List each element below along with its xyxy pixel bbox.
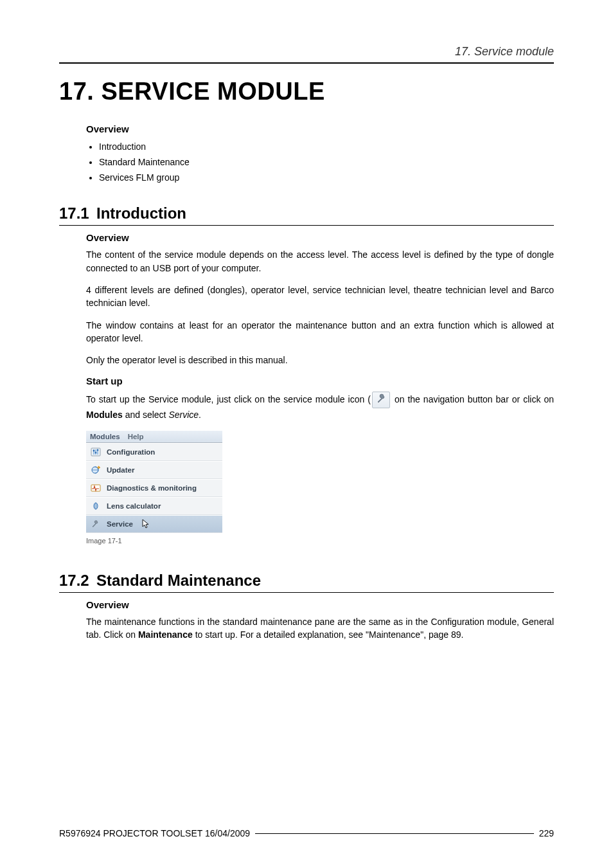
- wrench-icon: [90, 519, 102, 529]
- menu-item-service[interactable]: Service: [86, 515, 222, 533]
- menu-item-label: Diagnostics & monitoring: [107, 484, 197, 492]
- svg-point-9: [94, 503, 98, 509]
- overview-block: Overview Introduction Standard Maintenan…: [86, 123, 554, 185]
- running-header: 17. Service module: [59, 45, 554, 59]
- section-number: 17.2: [59, 572, 96, 590]
- page: 17. Service module 17. SERVICE MODULE Ov…: [0, 0, 613, 868]
- menu-list: Configuration Updater: [86, 443, 222, 533]
- section-rule: [59, 225, 554, 226]
- section-17-1-body: Overview The content of the service modu…: [86, 232, 554, 544]
- section-17-2-heading: 17.2 Standard Maintenance: [59, 572, 554, 590]
- sec1-p4: Only the operator level is described in …: [86, 354, 554, 366]
- globe-arrow-icon: [90, 465, 102, 475]
- svg-point-4: [93, 449, 95, 451]
- heartbeat-icon: [90, 483, 102, 493]
- sec2-overview-heading: Overview: [86, 599, 554, 610]
- menu-item-lens-calculator[interactable]: Lens calculator: [86, 497, 222, 515]
- overview-item: Introduction: [99, 140, 554, 155]
- wrench-icon: [372, 392, 390, 408]
- chapter-title: 17. SERVICE MODULE: [59, 78, 554, 105]
- section-number: 17.1: [59, 204, 96, 222]
- text-fragment: to start up. For a detailed explanation,…: [193, 629, 464, 640]
- menu-item-label: Updater: [107, 466, 134, 474]
- header-rule: [59, 62, 554, 64]
- text-fragment: and select: [123, 410, 169, 420]
- menu-item-label: Service: [107, 520, 133, 528]
- section-title: Standard Maintenance: [96, 572, 261, 590]
- text-bold-maintenance: Maintenance: [138, 629, 193, 640]
- menubar-item-modules[interactable]: Modules: [90, 433, 120, 440]
- sec1-p2: 4 different levels are defined (dongles)…: [86, 284, 554, 310]
- overview-list: Introduction Standard Maintenance Servic…: [86, 140, 554, 185]
- text-bold-modules: Modules: [86, 410, 123, 420]
- sec1-overview-heading: Overview: [86, 232, 554, 243]
- text-fragment: .: [199, 410, 201, 420]
- menu-item-label: Configuration: [107, 448, 155, 456]
- sec1-p1: The content of the service module depend…: [86, 248, 554, 275]
- section-rule: [59, 592, 554, 593]
- modules-menu-screenshot: Modules Help: [86, 431, 222, 533]
- section-17-2-body: Overview The maintenance functions in th…: [86, 599, 554, 642]
- menubar: Modules Help: [86, 431, 222, 443]
- sec1-startup-heading: Start up: [86, 375, 554, 386]
- lens-icon: [90, 501, 102, 511]
- overview-item: Services FLM group: [99, 170, 554, 186]
- sec2-p1: The maintenance functions in the standar…: [86, 615, 554, 642]
- page-footer: R5976924 PROJECTOR TOOLSET 16/04/2009 22…: [59, 828, 554, 838]
- footer-rule: [255, 833, 534, 834]
- menu-item-label: Lens calculator: [107, 502, 161, 510]
- footer-left: R5976924 PROJECTOR TOOLSET 16/04/2009: [59, 828, 250, 838]
- cursor-icon: [142, 519, 150, 529]
- menu-item-configuration[interactable]: Configuration: [86, 443, 222, 461]
- sec1-p3: The window contains at least for an oper…: [86, 319, 554, 345]
- menubar-item-help[interactable]: Help: [128, 433, 144, 440]
- svg-point-6: [97, 449, 99, 451]
- text-fragment: To start up the Service module, just cli…: [86, 394, 371, 404]
- image-caption: Image 17-1: [86, 537, 554, 545]
- overview-heading: Overview: [86, 123, 554, 134]
- section-title: Introduction: [96, 204, 186, 222]
- text-italic-service: Service: [168, 410, 199, 420]
- svg-point-5: [95, 451, 97, 453]
- overview-item: Standard Maintenance: [99, 155, 554, 170]
- sec1-startup-text: To start up the Service module, just cli…: [86, 392, 554, 421]
- menu-item-diagnostics[interactable]: Diagnostics & monitoring: [86, 479, 222, 497]
- footer-page-number: 229: [539, 828, 554, 838]
- section-17-1-heading: 17.1 Introduction: [59, 204, 554, 222]
- sliders-icon: [90, 447, 102, 457]
- menu-item-updater[interactable]: Updater: [86, 461, 222, 479]
- text-fragment: on the navigation button bar or click on: [391, 394, 554, 404]
